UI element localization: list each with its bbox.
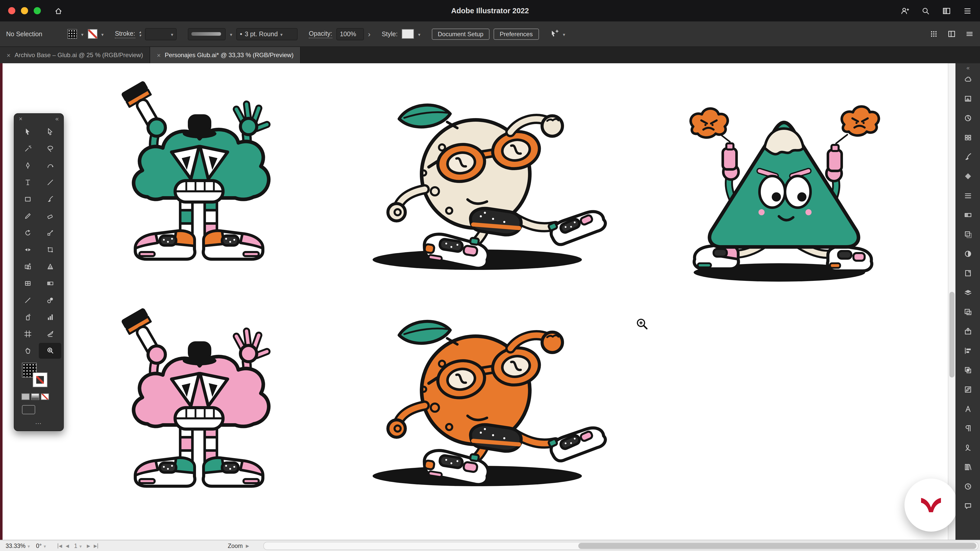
chevron-down-icon[interactable] — [418, 30, 420, 38]
tool-eyedropper-icon[interactable] — [16, 292, 39, 308]
panel-color-icon[interactable] — [963, 94, 973, 103]
tool-pen-icon[interactable] — [16, 158, 39, 173]
search-icon[interactable] — [921, 6, 930, 15]
panel-symbols-icon[interactable] — [963, 171, 973, 181]
arrange-documents-icon[interactable] — [947, 30, 956, 38]
tool-mesh-icon[interactable] — [16, 275, 39, 291]
tool-free-transform-icon[interactable] — [39, 242, 61, 258]
chevron-right-icon[interactable] — [368, 30, 371, 38]
panel-layers-icon[interactable] — [963, 288, 973, 297]
rotation-select[interactable]: 0° — [35, 543, 48, 549]
none-mode-button[interactable] — [41, 393, 49, 400]
canvas[interactable]: × « … — [0, 63, 956, 540]
tool-line-segment-icon[interactable] — [39, 175, 61, 190]
panel-appearance-icon[interactable] — [963, 249, 973, 258]
tool-type-icon[interactable] — [16, 175, 39, 190]
tool-lasso-icon[interactable] — [39, 141, 61, 157]
panel-image-trace-icon[interactable] — [963, 385, 973, 394]
status-options-icon[interactable] — [246, 543, 249, 548]
window-close-button[interactable] — [8, 7, 15, 14]
brush-preview[interactable] — [188, 28, 226, 40]
character-cloud-painter-teal[interactable] — [110, 71, 288, 281]
panel-graphic-styles-icon[interactable] — [963, 268, 973, 278]
panel-align-icon[interactable] — [963, 346, 973, 355]
horizontal-scrollbar-thumb[interactable] — [578, 543, 977, 549]
tool-symbol-sprayer-icon[interactable] — [16, 309, 39, 325]
tool-slice-icon[interactable] — [39, 326, 61, 342]
stroke-swatch[interactable] — [88, 29, 97, 39]
character-cloud-painter-pink[interactable] — [110, 299, 288, 508]
tool-direct-selection-icon[interactable] — [39, 124, 61, 140]
tab-close-icon[interactable]: × — [157, 51, 161, 59]
workspace-split-icon[interactable] — [942, 6, 951, 15]
zoom-level-select[interactable]: 33.33% — [4, 543, 32, 549]
tool-perspective-grid-icon[interactable] — [39, 259, 61, 275]
panel-asset-export-icon[interactable] — [963, 327, 973, 336]
next-artboard-button[interactable] — [87, 543, 90, 548]
stroke-width-select[interactable] — [145, 28, 177, 40]
home-icon[interactable] — [54, 6, 63, 15]
window-zoom-button[interactable] — [34, 7, 41, 14]
panel-color-guide-icon[interactable] — [963, 113, 973, 122]
artboard-number-select[interactable]: 1 — [73, 543, 83, 549]
panel-artboards-icon[interactable] — [963, 307, 973, 316]
previous-artboard-button[interactable] — [65, 543, 69, 548]
color-mode-button[interactable] — [21, 393, 30, 400]
tool-selection-icon[interactable] — [16, 124, 39, 140]
character-runner-cream[interactable] — [347, 98, 623, 275]
chevron-down-icon[interactable] — [81, 30, 83, 38]
tool-zoom-icon[interactable] — [39, 343, 61, 359]
panel-glyphs-icon[interactable] — [963, 443, 973, 452]
window-minimize-button[interactable] — [21, 7, 28, 14]
tool-width-icon[interactable] — [16, 242, 39, 258]
tool-curvature-icon[interactable] — [39, 158, 61, 173]
panel-brushes-icon[interactable] — [963, 152, 973, 161]
tool-eraser-icon[interactable] — [39, 208, 61, 224]
panel-creative-cloud-icon[interactable] — [963, 75, 973, 84]
tool-shape-builder-icon[interactable] — [16, 259, 39, 275]
panel-character-icon[interactable] — [963, 404, 973, 413]
screen-mode-button[interactable] — [22, 405, 35, 414]
preferences-button[interactable]: Preferences — [493, 28, 539, 40]
panel-expand-icon[interactable]: « — [966, 63, 969, 73]
account-add-icon[interactable] — [900, 6, 909, 15]
panel-gradient-icon[interactable] — [963, 210, 973, 219]
tool-gradient-icon[interactable] — [39, 275, 61, 291]
dots-grid-icon[interactable] — [929, 30, 938, 38]
list-view-icon[interactable] — [963, 6, 972, 15]
character-runner-orange[interactable] — [347, 315, 623, 491]
horizontal-scrollbar[interactable] — [263, 541, 978, 550]
stroke-width-stepper[interactable] — [139, 31, 141, 37]
chevron-down-icon[interactable] — [101, 30, 103, 38]
tool-blend-icon[interactable] — [39, 292, 61, 308]
first-artboard-button[interactable] — [58, 543, 62, 548]
character-triangle-sprayer-teal[interactable] — [670, 100, 898, 290]
gradient-mode-button[interactable] — [31, 393, 39, 400]
panel-swatches-icon[interactable] — [963, 133, 973, 142]
fill-swatch[interactable] — [67, 29, 77, 39]
tab-personajes[interactable]: × Personajes Glub.ai* @ 33,33 % (RGB/Pre… — [150, 47, 301, 63]
palette-collapse-icon[interactable]: « — [56, 115, 59, 122]
stroke-color-swatch[interactable] — [33, 373, 47, 387]
menu-icon[interactable] — [965, 30, 974, 38]
brand-logo-button[interactable] — [904, 478, 956, 532]
chevron-down-icon[interactable] — [563, 30, 565, 38]
tool-pencil-icon[interactable] — [16, 208, 39, 224]
vertical-scrollbar-thumb[interactable] — [950, 292, 955, 378]
select-similar-icon[interactable] — [550, 30, 558, 38]
panel-transparency-icon[interactable] — [963, 230, 973, 239]
tool-artboard-icon[interactable] — [16, 326, 39, 342]
palette-close-icon[interactable]: × — [19, 115, 22, 122]
style-swatch[interactable] — [402, 29, 414, 39]
toolbar-overflow-button[interactable]: … — [14, 414, 63, 429]
tool-scale-icon[interactable] — [39, 225, 61, 241]
tool-rectangle-icon[interactable] — [16, 191, 39, 207]
panel-comments-icon[interactable] — [963, 501, 973, 510]
opacity-value-field[interactable]: 100% — [336, 28, 364, 40]
panel-paragraph-icon[interactable] — [963, 424, 973, 433]
tab-close-icon[interactable]: × — [6, 51, 11, 59]
vertical-scrollbar[interactable] — [948, 63, 956, 540]
stroke-label[interactable]: Stroke: — [115, 30, 135, 38]
panel-pathfinder-icon[interactable] — [963, 365, 973, 375]
tool-paintbrush-icon[interactable] — [39, 191, 61, 207]
